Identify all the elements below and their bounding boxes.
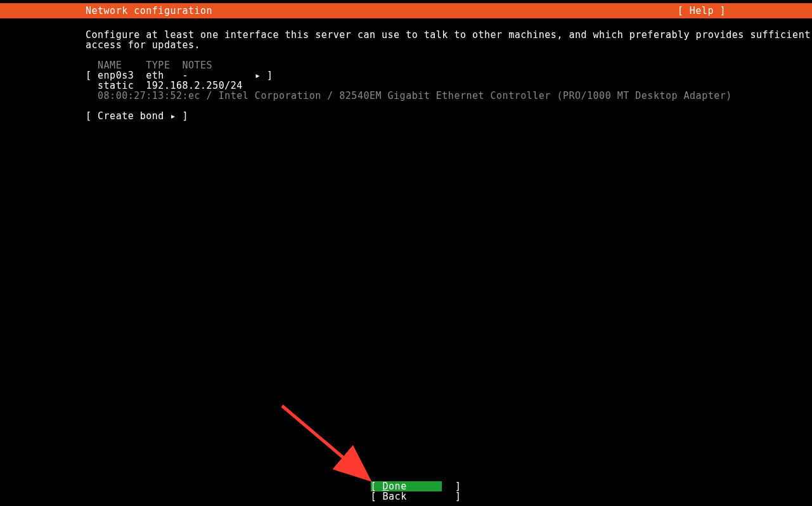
instruction-text: Configure at least one interface this se… — [86, 30, 812, 50]
header-bar: Network configuration [ Help ] — [0, 3, 812, 18]
create-bond-label: Create bond — [98, 110, 164, 122]
bracket-open: [ — [371, 491, 377, 502]
done-button[interactable]: [ Done ] — [371, 481, 442, 491]
bracket-close: ] — [183, 110, 189, 122]
chevron-right-icon: ▸ — [170, 110, 176, 122]
annotation-arrow-icon — [279, 403, 380, 485]
instruction-line-2: access for updates. — [86, 39, 200, 51]
content-area: Configure at least one interface this se… — [0, 18, 812, 121]
interface-table: NAME TYPE NOTES [ enp0s3 eth - ▸ ] stati… — [86, 60, 812, 101]
page-title: Network configuration — [86, 6, 212, 16]
bracket-close: ] — [267, 70, 273, 81]
svg-line-1 — [282, 406, 364, 476]
back-label: Back — [383, 491, 407, 502]
footer-buttons: [ Done ] [ Back ] — [0, 481, 812, 502]
create-bond-button[interactable]: [ Create bond ▸ ] — [86, 111, 812, 121]
bracket-close: ] — [455, 491, 461, 502]
help-button[interactable]: [ Help ] — [678, 6, 807, 16]
bracket-open: [ — [86, 110, 92, 122]
hw-line: 08:00:27:13:52:ec / Intel Corporation / … — [98, 90, 732, 101]
chevron-right-icon: ▸ — [255, 70, 261, 81]
back-button[interactable]: [ Back ] — [371, 491, 442, 502]
interface-hw-details: 08:00:27:13:52:ec / Intel Corporation / … — [86, 90, 732, 101]
